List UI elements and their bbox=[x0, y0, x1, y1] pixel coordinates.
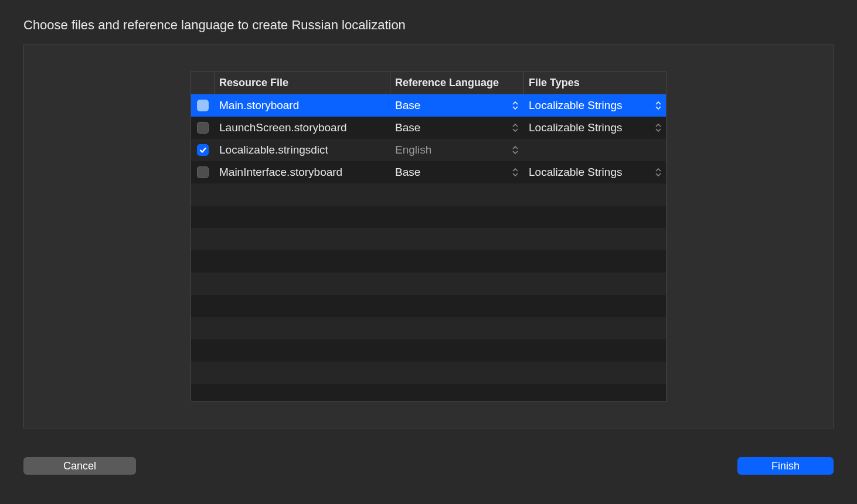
reference-language-value: Base bbox=[395, 121, 420, 134]
resource-file-cell: Main.storyboard bbox=[215, 94, 390, 117]
table-row[interactable]: Main.storyboardBaseLocalizable Strings bbox=[191, 94, 666, 117]
stepper-icon bbox=[511, 122, 519, 133]
stepper-icon bbox=[654, 167, 662, 178]
table-row-empty bbox=[191, 295, 666, 317]
table-row[interactable]: Localizable.stringsdictEnglish bbox=[191, 139, 666, 161]
table-body: Main.storyboardBaseLocalizable StringsLa… bbox=[191, 94, 666, 401]
row-checkbox-cell[interactable] bbox=[191, 161, 215, 183]
table-header-resource-file[interactable]: Resource File bbox=[215, 72, 390, 94]
reference-language-value: Base bbox=[395, 166, 420, 179]
reference-language-select[interactable]: Base bbox=[390, 94, 524, 117]
dialog-heading: Choose files and reference language to c… bbox=[23, 18, 834, 33]
table-header-file-types[interactable]: File Types bbox=[524, 72, 666, 94]
reference-language-value: English bbox=[395, 144, 431, 156]
table-header-reference-language[interactable]: Reference Language bbox=[390, 72, 524, 94]
localization-dialog: Choose files and reference language to c… bbox=[0, 0, 857, 504]
table-header-checkbox bbox=[191, 72, 215, 94]
reference-language-select[interactable]: English bbox=[390, 139, 524, 161]
file-type-value: Localizable Strings bbox=[529, 99, 622, 112]
file-type-select[interactable]: Localizable Strings bbox=[524, 94, 666, 117]
table-header-row: Resource File Reference Language File Ty… bbox=[191, 72, 666, 94]
table-row-empty bbox=[191, 273, 666, 295]
table-row[interactable]: LaunchScreen.storyboardBaseLocalizable S… bbox=[191, 117, 666, 139]
table-row-empty bbox=[191, 228, 666, 250]
file-type-select[interactable] bbox=[524, 139, 666, 161]
file-type-value: Localizable Strings bbox=[529, 166, 622, 179]
stepper-icon bbox=[511, 167, 519, 178]
table-row[interactable]: MainInterface.storyboardBaseLocalizable … bbox=[191, 161, 666, 183]
dialog-footer: Cancel Finish bbox=[23, 457, 834, 475]
row-checkbox-cell[interactable] bbox=[191, 139, 215, 161]
resource-file-cell: MainInterface.storyboard bbox=[215, 161, 390, 183]
row-checkbox[interactable] bbox=[197, 122, 209, 134]
stepper-icon bbox=[654, 100, 662, 111]
resource-file-name: Localizable.stringsdict bbox=[219, 144, 328, 156]
resource-file-name: MainInterface.storyboard bbox=[219, 166, 342, 179]
table-row-empty bbox=[191, 317, 666, 339]
finish-button[interactable]: Finish bbox=[737, 457, 834, 475]
table-row-empty bbox=[191, 183, 666, 206]
file-table: Resource File Reference Language File Ty… bbox=[191, 71, 666, 401]
reference-language-select[interactable]: Base bbox=[390, 117, 524, 139]
table-row-empty bbox=[191, 339, 666, 362]
resource-file-name: LaunchScreen.storyboard bbox=[219, 121, 347, 134]
stepper-icon bbox=[511, 145, 519, 155]
reference-language-value: Base bbox=[395, 99, 420, 112]
reference-language-select[interactable]: Base bbox=[390, 161, 524, 183]
resource-file-cell: LaunchScreen.storyboard bbox=[215, 117, 390, 139]
row-checkbox[interactable] bbox=[197, 144, 209, 156]
resource-file-cell: Localizable.stringsdict bbox=[215, 139, 390, 161]
stepper-icon bbox=[654, 122, 662, 133]
resource-file-name: Main.storyboard bbox=[219, 99, 299, 112]
row-checkbox[interactable] bbox=[197, 166, 209, 178]
table-row-empty bbox=[191, 250, 666, 273]
panel: Resource File Reference Language File Ty… bbox=[23, 45, 834, 428]
stepper-icon bbox=[511, 100, 519, 111]
table-row-empty bbox=[191, 362, 666, 384]
table-row-empty bbox=[191, 206, 666, 228]
row-checkbox[interactable] bbox=[197, 100, 209, 111]
file-type-select[interactable]: Localizable Strings bbox=[524, 117, 666, 139]
table-row-empty bbox=[191, 384, 666, 401]
file-type-select[interactable]: Localizable Strings bbox=[524, 161, 666, 183]
cancel-button[interactable]: Cancel bbox=[23, 457, 136, 475]
file-type-value: Localizable Strings bbox=[529, 121, 622, 134]
row-checkbox-cell[interactable] bbox=[191, 117, 215, 139]
row-checkbox-cell[interactable] bbox=[191, 94, 215, 117]
